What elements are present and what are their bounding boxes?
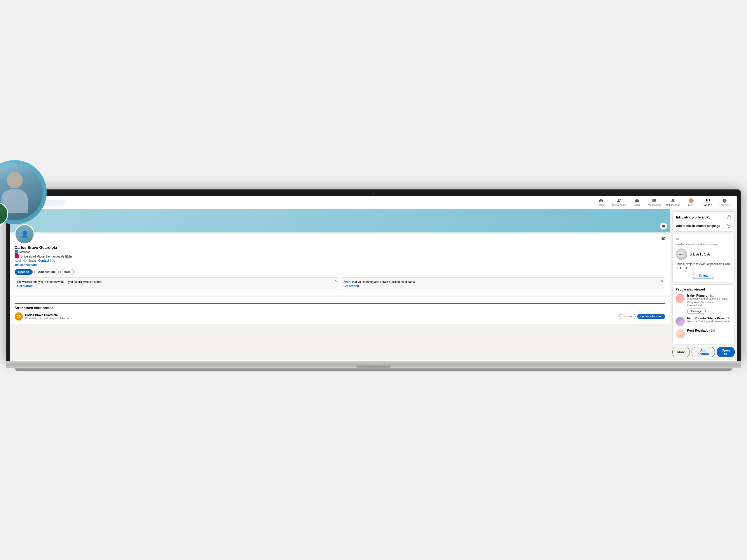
nav-label-home: Home — [598, 204, 604, 207]
more-bottom-button[interactable]: More — [672, 347, 690, 357]
ad-brand: SEAT SEAT,SA — [675, 248, 731, 260]
profile-name: Carlos Bravo Guardiola — [15, 245, 665, 250]
profile-location: ·cool ·ity, Spain · Contact info — [15, 259, 665, 262]
connections-count[interactable]: 103 connections — [15, 263, 665, 267]
location-text: ·cool ·ity, Spain · — [15, 259, 38, 262]
svg-rect-10 — [707, 202, 708, 203]
strengthen-actions: Not now Update education — [619, 314, 665, 319]
person-info-3: René Regalado · 3rd — [687, 329, 731, 332]
profile-education: U Universidad Miguel Hernández de Elche — [15, 254, 665, 259]
me-avatar — [689, 198, 694, 203]
banner-2-link[interactable]: Get started — [343, 284, 359, 288]
seat-logo-svg: SEAT — [677, 250, 686, 258]
seat-brand-avatar: SEAT — [676, 249, 687, 259]
search-input[interactable] — [24, 200, 65, 206]
laptop-foot — [15, 368, 732, 371]
nav-item-messaging[interactable]: Messaging — [645, 197, 663, 208]
svg-rect-7 — [707, 200, 708, 201]
nav-item-notifications[interactable]: Notifications — [664, 197, 682, 208]
more-button[interactable]: More — [60, 269, 74, 275]
svg-rect-9 — [706, 202, 707, 203]
messaging-icon — [652, 198, 656, 203]
add-section-bottom-button[interactable]: Add section — [692, 347, 715, 357]
person-avatar-2 — [675, 317, 685, 326]
edit-profile-url-label: Edit public profile & URL — [676, 216, 711, 219]
nav-item-jobs[interactable]: Jobs — [629, 197, 645, 208]
svg-point-0 — [618, 199, 619, 201]
svg-rect-3 — [706, 199, 707, 200]
network-icon — [617, 198, 621, 203]
nav-item-my-network[interactable]: My Network — [610, 197, 628, 208]
update-education-button[interactable]: Update education — [637, 314, 665, 319]
banner-close-2[interactable]: ✕ — [660, 279, 663, 283]
opentowork-text: #OPENTOWORK — [0, 209, 0, 219]
nav-item-home[interactable]: Home — [593, 197, 609, 208]
svg-rect-5 — [709, 199, 710, 200]
laptop-container: in Home My Network — [6, 189, 741, 371]
help-icon-2[interactable]: ? — [727, 224, 731, 228]
seat-logo-container: SEAT — [675, 248, 687, 260]
home-icon — [599, 198, 603, 203]
open-to-bottom-button[interactable]: Open to — [717, 347, 735, 357]
add-section-button[interactable]: Add section — [34, 269, 59, 275]
avatar: 👤 — [15, 224, 34, 244]
profile-section: 👤 Carlos Bravo Guardiola M — [10, 209, 670, 361]
bell-icon — [671, 198, 675, 203]
person-item-2: Félix Roberto Ortega Rivas · 3rd Regiona… — [675, 317, 731, 326]
svg-point-12 — [663, 226, 664, 227]
add-profile-language-link[interactable]: Add profile in another language ? — [676, 224, 731, 228]
people-also-viewed-title: People also viewed — [675, 288, 731, 291]
nav-label-advertise: Advertise — [719, 204, 730, 207]
banner-close-1[interactable]: ✕ — [334, 279, 337, 283]
svg-rect-4 — [707, 199, 708, 200]
cover-photo-edit-btn[interactable] — [660, 222, 667, 230]
profile-card: 👤 Carlos Bravo Guardiola M — [10, 234, 670, 295]
nav-label-jobs: Jobs — [634, 204, 640, 207]
person-title-1: Metricool Head of Marketing / SEO Copywr… — [687, 297, 731, 308]
ad-copy: Carlos, explore relevant opportunities w… — [675, 262, 731, 270]
person-title-2: Regional Training and Development — [687, 320, 731, 323]
not-now-button[interactable]: Not now — [619, 314, 636, 319]
nav-item-advertise[interactable]: Advertise — [716, 197, 732, 208]
contact-info-link[interactable]: Contact info — [38, 259, 55, 262]
person-name-1[interactable]: Isabel Romero · 1st — [687, 294, 731, 297]
person-info-2: Félix Roberto Ortega Rivas · 3rd Regiona… — [687, 317, 731, 323]
svg-rect-11 — [709, 202, 710, 203]
nav-items: Home My Network Jobs Messa — [593, 197, 732, 208]
svg-point-1 — [620, 199, 621, 200]
pencil-icon — [661, 237, 665, 241]
edit-profile-url-link[interactable]: Edit public profile & URL ? — [676, 215, 731, 219]
ad-options-icon[interactable]: ··· — [729, 237, 731, 241]
hiring-banner: ✕ Share that you're hiring and attract q… — [341, 277, 665, 290]
profile-current-job: M Metricool — [15, 250, 665, 254]
nav-label-work: Work ▾ — [703, 204, 712, 207]
person-name-2[interactable]: Félix Roberto Ortega Rivas · 3rd — [687, 317, 731, 320]
follow-button[interactable]: Follow — [693, 273, 714, 279]
seat-brand-name: SEAT,SA — [690, 252, 711, 257]
person-item-3: René Regalado · 3rd — [675, 329, 731, 338]
open-to-button[interactable]: Open to — [15, 269, 33, 275]
nav-item-work[interactable]: Work ▾ — [700, 197, 716, 208]
profile-edit-btn[interactable] — [661, 237, 665, 242]
strengthen-person-name: Carlos Bravo Guardiola — [25, 314, 617, 317]
cover-image — [10, 209, 670, 233]
banner-1-title: Show recruiters you're open to work — yo… — [17, 280, 336, 284]
metricool-icon: M — [15, 250, 18, 254]
strengthen-info: Carlos Bravo Guardiola Contenidos de mar… — [25, 314, 617, 320]
person-name-3[interactable]: René Regalado · 3rd — [687, 329, 731, 332]
avatar-inner: 👤 — [16, 225, 33, 243]
ad-subtitle: Get the latest jobs and industry news — [675, 243, 731, 246]
banner-2-title: Share that you're hiring and attract qua… — [343, 280, 663, 284]
promo-banners: ✕ Show recruiters you're open to work — … — [15, 277, 665, 290]
head-shape — [7, 172, 23, 188]
profile-actions: Open to Add section More — [15, 269, 665, 275]
laptop-screen: in Home My Network — [10, 196, 737, 361]
nav-item-me[interactable]: Me ▾ — [683, 197, 699, 208]
strengthen-profile-card: Strengthen your profile CB Carlos Bravo … — [10, 297, 670, 324]
jobs-icon — [635, 198, 639, 203]
help-icon-1[interactable]: ? — [727, 215, 731, 219]
banner-1-link[interactable]: Get started — [17, 284, 33, 288]
ad-label: Ad — [675, 238, 679, 241]
right-sidebar: Edit public profile & URL ? Add profile … — [670, 209, 737, 361]
message-button-1[interactable]: Message — [687, 309, 705, 314]
